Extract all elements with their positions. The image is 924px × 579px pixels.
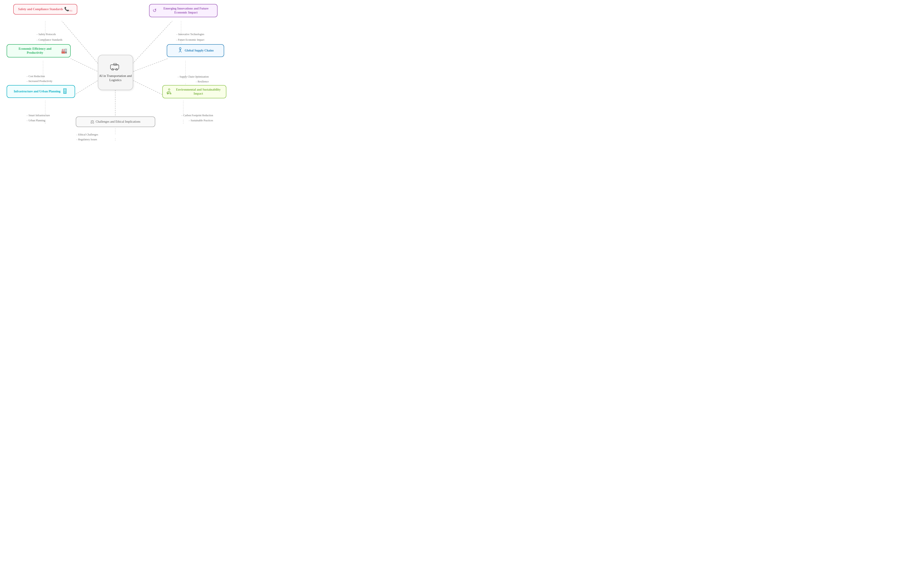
infrastructure-label: Infrastructure and Urban Planning — [14, 90, 60, 93]
challenges-sub-2: Regulatory Issues — [76, 138, 97, 141]
challenges-label: Challenges and Ethical Implications — [96, 120, 140, 124]
svg-rect-34 — [64, 91, 65, 92]
environmental-sub-1: Carbon Footprint Reduction — [181, 114, 213, 117]
svg-text:FREE: FREE — [114, 64, 118, 65]
svg-point-37 — [168, 89, 170, 90]
center-node: FREE AI in Transportation and Logistics — [98, 55, 133, 90]
mind-map: FREE AI in Transportation and Logistics … — [0, 0, 231, 145]
svg-line-2 — [71, 59, 99, 72]
safety-sub-2: Compliance Standards — [36, 38, 62, 41]
svg-rect-32 — [64, 90, 65, 90]
emerging-icon: ↺ — [153, 8, 156, 13]
node-supply: Global Supply Chains — [167, 44, 224, 57]
supply-icon — [177, 47, 183, 54]
svg-line-28 — [179, 51, 180, 52]
safety-label: Safety and Compliance Standards — [18, 7, 63, 11]
svg-point-26 — [179, 47, 181, 49]
infrastructure-icon — [62, 88, 68, 95]
center-label: AI in Transportation and Logistics — [98, 74, 133, 82]
economic-sub-1: Cost Reduction — [26, 75, 45, 78]
environmental-label: Environmental and Sustainability Impact — [174, 88, 223, 96]
svg-line-29 — [180, 51, 181, 52]
node-environmental: Environmental and Sustainability Impact — [162, 85, 227, 98]
svg-rect-35 — [65, 91, 66, 92]
safety-icon: 📞911 — [64, 7, 72, 12]
svg-line-0 — [62, 21, 99, 65]
supply-sub-2: Resilience — [196, 80, 209, 83]
svg-line-1 — [131, 21, 172, 65]
node-safety: Safety and Compliance Standards 📞911 — [13, 4, 77, 15]
emerging-label: Emerging Innovations and Future Economic… — [158, 7, 214, 15]
economic-sub-2: Increased Productivity — [26, 80, 52, 83]
supply-sub-1: Supply Chain Optimization — [178, 75, 209, 79]
emerging-sub-1: Innovative Technologies — [176, 33, 204, 36]
node-emerging: ↺ Emerging Innovations and Future Econom… — [149, 4, 218, 17]
infrastructure-sub-1: Smart Infrastructure — [26, 114, 50, 117]
environmental-sub-2: Sustainable Practices — [189, 119, 213, 122]
challenges-sub-1: Ethical Challenges — [76, 133, 98, 136]
infrastructure-sub-2: Urban Planning — [26, 119, 45, 122]
center-icon: FREE — [110, 62, 121, 72]
environmental-icon — [166, 88, 173, 96]
safety-sub-1: Safety Protocols — [36, 33, 56, 36]
emerging-sub-2: Future Economic Impact — [176, 38, 204, 41]
supply-label: Global Supply Chains — [185, 49, 214, 52]
node-infrastructure: Infrastructure and Urban Planning — [7, 85, 75, 98]
svg-rect-31 — [64, 88, 66, 93]
economic-icon: 🏭 — [61, 48, 67, 54]
svg-line-3 — [131, 59, 168, 72]
economic-label: Economic Efficiency and Productivity — [10, 47, 60, 55]
challenges-icon: ⚖ — [90, 119, 94, 124]
node-economic: Economic Efficiency and Productivity 🏭 — [7, 44, 71, 57]
node-challenges: ⚖ Challenges and Ethical Implications — [76, 116, 155, 127]
svg-rect-33 — [65, 90, 66, 90]
